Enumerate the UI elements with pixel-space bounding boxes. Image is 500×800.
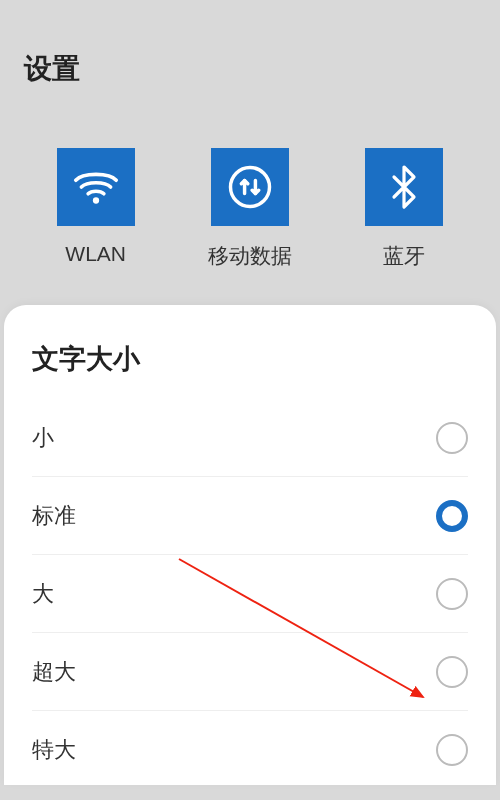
tile-mobile-data[interactable]: 移动数据: [208, 148, 292, 270]
tile-label: WLAN: [65, 242, 126, 266]
header: 设置: [0, 0, 500, 118]
option-standard[interactable]: 标准: [32, 477, 468, 555]
bluetooth-icon: [365, 148, 443, 226]
svg-point-1: [230, 168, 269, 207]
option-label: 小: [32, 423, 54, 453]
tile-label: 移动数据: [208, 242, 292, 270]
radio-icon: [436, 578, 468, 610]
option-huge[interactable]: 特大: [32, 711, 468, 789]
quick-tiles-row: WLAN 移动数据 蓝牙: [0, 118, 500, 300]
wifi-icon: [57, 148, 135, 226]
option-extra-large[interactable]: 超大: [32, 633, 468, 711]
data-icon: [211, 148, 289, 226]
option-label: 标准: [32, 501, 76, 531]
option-label: 超大: [32, 657, 76, 687]
radio-icon-selected: [436, 500, 468, 532]
radio-icon: [436, 422, 468, 454]
tile-bluetooth[interactable]: 蓝牙: [365, 148, 443, 270]
option-small[interactable]: 小: [32, 399, 468, 477]
radio-icon: [436, 656, 468, 688]
radio-icon: [436, 734, 468, 766]
tile-wlan[interactable]: WLAN: [57, 148, 135, 270]
option-label: 特大: [32, 735, 76, 765]
option-label: 大: [32, 579, 54, 609]
tile-label: 蓝牙: [383, 242, 425, 270]
option-large[interactable]: 大: [32, 555, 468, 633]
svg-point-0: [93, 197, 99, 203]
page-title: 设置: [24, 50, 476, 88]
card-title: 文字大小: [32, 341, 468, 377]
font-size-card: 文字大小 小 标准 大 超大 特大: [4, 305, 496, 785]
